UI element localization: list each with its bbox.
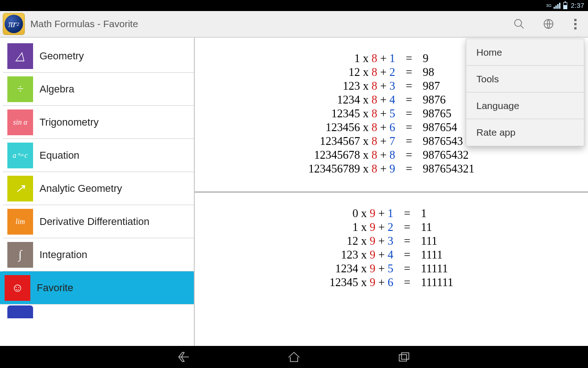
sidebar-item-algebra[interactable]: ÷Algebra	[3, 73, 194, 106]
formula-row: 1234567 x 8 + 7=9876543	[304, 134, 479, 148]
category-icon: aˣ=c	[7, 143, 33, 168]
formula-lhs: 12345 x 9 + 6	[325, 276, 398, 289]
formula-row: 123456 x 8 + 6=987654	[304, 121, 479, 134]
equals-sign: =	[400, 65, 418, 79]
formula-rhs: 111111	[416, 276, 458, 289]
sidebar-item-integration[interactable]: ∫Integration	[3, 238, 194, 271]
formula-lhs: 123 x 9 + 4	[325, 248, 398, 262]
sidebar-item-derivative-differentiation[interactable]: limDerivative Differentiation	[3, 205, 194, 238]
formula-lhs: 12 x 9 + 3	[325, 234, 398, 248]
svg-rect-4	[401, 353, 409, 359]
equals-sign: =	[398, 276, 416, 289]
page-title: Math Formulas - Favorite	[30, 18, 502, 29]
svg-rect-3	[399, 355, 407, 361]
equals-sign: =	[400, 148, 418, 162]
formula-lhs: 12345 x 8 + 5	[304, 107, 400, 121]
sidebar-item-label: Derivative Differentiation	[40, 216, 149, 228]
recent-apps-button[interactable]	[390, 348, 418, 366]
formula-rhs: 111	[416, 234, 458, 248]
menu-item-tools[interactable]: Tools	[466, 66, 584, 92]
home-button[interactable]	[280, 348, 308, 366]
equals-sign: =	[400, 79, 418, 93]
category-icon: ↗	[7, 176, 33, 201]
formula-row: 12 x 8 + 2=98	[304, 65, 479, 79]
category-icon	[7, 305, 33, 318]
back-button[interactable]	[170, 348, 198, 366]
equals-sign: =	[398, 207, 416, 220]
sidebar-item-favorite[interactable]: ☺Favorite	[0, 271, 194, 305]
formula-row: 123 x 9 + 4=1111	[325, 248, 458, 262]
sidebar-item-label: Analytic Geometry	[40, 183, 122, 195]
formula-row: 1234 x 8 + 4=9876	[304, 93, 479, 107]
action-bar: πr2 Math Formulas - Favorite	[0, 11, 588, 38]
app-icon[interactable]: πr2	[3, 13, 25, 35]
search-icon[interactable]	[507, 12, 531, 36]
sidebar-item-label: Algebra	[40, 83, 74, 95]
equals-sign: =	[400, 52, 418, 65]
menu-item-rate-app[interactable]: Rate app	[466, 119, 584, 146]
sidebar-item-equation[interactable]: aˣ=cEquation	[3, 139, 194, 172]
formula-lhs: 12 x 8 + 2	[304, 65, 400, 79]
category-icon: △	[7, 43, 33, 69]
formula-lhs: 123 x 8 + 3	[304, 79, 400, 93]
formula-row: 12 x 9 + 3=111	[325, 234, 458, 248]
category-icon: lim	[7, 209, 33, 235]
formula-rhs: 98765432	[418, 148, 479, 162]
system-nav-bar	[0, 346, 588, 368]
sidebar-item-analytic-geometry[interactable]: ↗Analytic Geometry	[3, 172, 194, 205]
sidebar-item-next[interactable]	[3, 305, 194, 319]
category-icon: ÷	[7, 76, 33, 102]
sidebar-item-label: Favorite	[37, 282, 73, 294]
sidebar-item-geometry[interactable]: △Geometry	[3, 40, 194, 73]
formula-lhs: 123456789 x 8 + 9	[304, 162, 400, 176]
menu-item-language[interactable]: Language	[466, 92, 584, 119]
sidebar-item-label: Trigonometry	[40, 116, 99, 128]
app-icon-text: πr	[8, 19, 17, 29]
formula-row: 12345678 x 8 + 8=98765432	[304, 148, 479, 162]
formula-table: 0 x 9 + 1=11 x 9 + 2=1112 x 9 + 3=111123…	[325, 207, 458, 289]
app-icon-sup: 2	[17, 21, 19, 27]
svg-line-1	[520, 25, 524, 29]
formula-lhs: 12345678 x 8 + 8	[304, 148, 400, 162]
equals-sign: =	[398, 248, 416, 262]
formula-rhs: 11	[416, 220, 458, 234]
status-clock: 2:37	[571, 2, 584, 9]
equals-sign: =	[400, 107, 418, 121]
equals-sign: =	[400, 162, 418, 176]
equals-sign: =	[398, 220, 416, 234]
equals-sign: =	[398, 262, 416, 276]
category-icon: ∫	[7, 242, 33, 268]
formula-row: 1 x 8 + 1=9	[304, 52, 479, 65]
formula-lhs: 123456 x 8 + 6	[304, 121, 400, 134]
formula-row: 123 x 8 + 3=987	[304, 79, 479, 93]
formula-lhs: 1234 x 9 + 5	[325, 262, 398, 276]
formula-lhs: 1 x 8 + 1	[304, 52, 400, 65]
formula-rhs: 1	[416, 207, 458, 220]
formula-row: 12345 x 9 + 6=111111	[325, 276, 458, 289]
formula-rhs: 1111	[416, 248, 458, 262]
equals-sign: =	[400, 134, 418, 148]
sidebar-item-trigonometry[interactable]: sin αTrigonometry	[3, 106, 194, 139]
category-sidebar[interactable]: △Geometry÷Algebrasin αTrigonometryaˣ=cEq…	[0, 38, 195, 346]
menu-item-home[interactable]: Home	[466, 39, 584, 66]
formula-row: 12345 x 8 + 5=98765	[304, 107, 479, 121]
sidebar-item-label: Equation	[40, 150, 79, 161]
formula-table: 1 x 8 + 1=912 x 8 + 2=98123 x 8 + 3=9871…	[304, 52, 479, 176]
globe-icon[interactable]	[537, 12, 560, 36]
equals-sign: =	[400, 93, 418, 107]
sidebar-item-label: Integration	[40, 249, 87, 261]
equals-sign: =	[400, 121, 418, 134]
category-icon: ☺	[5, 275, 30, 301]
svg-point-0	[514, 19, 521, 26]
equals-sign: =	[398, 234, 416, 248]
formula-row: 0 x 9 + 1=1	[325, 207, 458, 220]
formula-lhs: 1234567 x 8 + 7	[304, 134, 400, 148]
signal-icon	[554, 2, 560, 9]
formula-rhs: 987654321	[418, 162, 479, 176]
overflow-menu-icon[interactable]	[566, 12, 584, 36]
formula-lhs: 1 x 9 + 2	[325, 220, 398, 234]
formula-rhs: 11111	[416, 262, 458, 276]
formula-lhs: 0 x 9 + 1	[325, 207, 398, 220]
network-type-label: 3G	[546, 4, 552, 8]
formula-row: 123456789 x 8 + 9=987654321	[304, 162, 479, 176]
